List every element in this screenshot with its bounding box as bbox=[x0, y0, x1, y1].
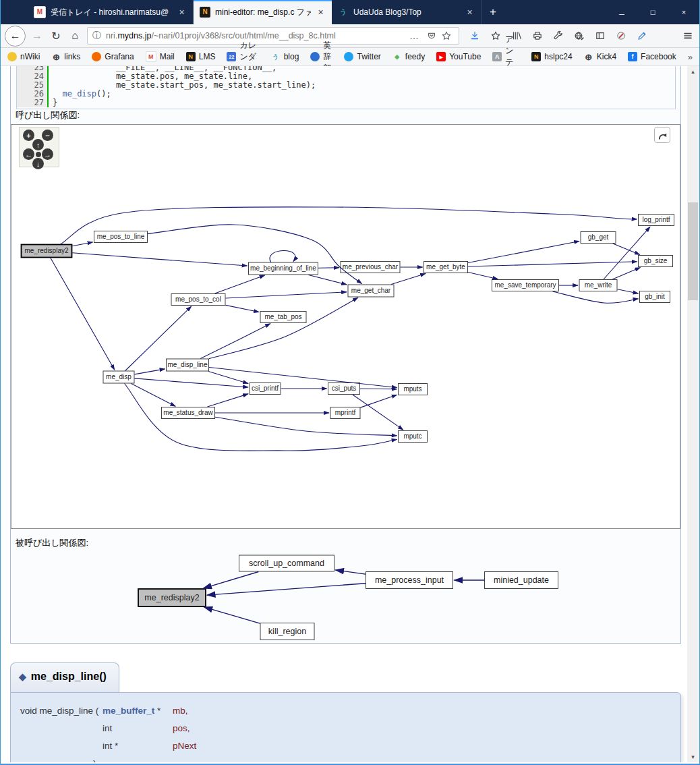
graph-edge bbox=[200, 324, 270, 359]
tab-1[interactable]: M受信トレイ - hiroshi.narimatsu@× bbox=[28, 0, 194, 24]
graph-node-csi_puts[interactable]: csi_puts bbox=[328, 383, 360, 395]
graph-node-me_process_input[interactable]: me_process_input bbox=[366, 572, 453, 589]
graph-node-me_redisplay2[interactable]: me_redisplay2 bbox=[138, 589, 206, 606]
graph-node-me_get_char[interactable]: me_get_char bbox=[348, 285, 394, 297]
bookmarks-bar: ●nWiki⊕links●GrafanaMMailNLMS22カレンダーうblo… bbox=[1, 48, 699, 66]
scroll-up-arrow-icon[interactable]: ▴ bbox=[687, 67, 699, 76]
bookmark-label: Grafana bbox=[105, 52, 134, 61]
graph-edge bbox=[209, 367, 397, 387]
bookmark-Facebook[interactable]: fFacebook bbox=[628, 52, 676, 61]
bookmark-YouTube[interactable]: ▶YouTube bbox=[436, 52, 481, 61]
bookmark-Grafana[interactable]: ●Grafana bbox=[92, 52, 134, 61]
call-graph: me_redisplay2me_pos_to_lineme_beginning_… bbox=[11, 125, 680, 528]
facebook-icon: f bbox=[628, 52, 637, 61]
graph-node-me_disp[interactable]: me_disp bbox=[103, 371, 134, 383]
graph-edge bbox=[618, 289, 639, 293]
graph-node-me_get_byte[interactable]: me_get_byte bbox=[424, 262, 468, 273]
reset-button[interactable] bbox=[36, 152, 41, 157]
bookmark-nWiki[interactable]: ●nWiki bbox=[7, 52, 40, 61]
graph-edge bbox=[208, 394, 249, 407]
bookmark-links[interactable]: ⊕links bbox=[51, 52, 80, 61]
diamond-icon: ◆ bbox=[19, 671, 26, 682]
graph-node-mputs[interactable]: mputs bbox=[399, 384, 428, 395]
tab-close-icon[interactable]: × bbox=[465, 7, 475, 18]
maximize-button[interactable]: □ bbox=[637, 0, 668, 24]
graph-edge bbox=[209, 298, 358, 359]
graph-edge bbox=[51, 258, 115, 370]
graph-node-me_tab_pos[interactable]: me_tab_pos bbox=[260, 312, 306, 323]
tab-title: UdaUda Blog3/Top bbox=[353, 7, 460, 17]
vertical-scrollbar[interactable]: ▴ ▾ bbox=[687, 66, 699, 762]
svg-text:me_disp: me_disp bbox=[106, 373, 132, 380]
svg-text:mputs: mputs bbox=[403, 385, 421, 393]
menu-icon[interactable] bbox=[680, 28, 695, 43]
graph-node-me_pos_to_line[interactable]: me_pos_to_line bbox=[94, 231, 148, 243]
n-badge-icon: N bbox=[531, 52, 541, 61]
close-button[interactable]: × bbox=[668, 0, 699, 24]
window-controls: ─□× bbox=[606, 0, 699, 24]
bookmark-hslpc24[interactable]: Nhslpc24 bbox=[531, 52, 572, 61]
pan-up-button[interactable]: ↑ bbox=[32, 139, 44, 150]
graph-node-log_printf[interactable]: log_printf bbox=[639, 215, 674, 226]
pan-right-button[interactable]: → bbox=[42, 148, 53, 160]
bookmark-feedy[interactable]: ◆feedy bbox=[392, 52, 425, 61]
zoom-out-button[interactable]: − bbox=[42, 130, 53, 141]
graph-node-scroll_up_command[interactable]: scroll_up_command bbox=[239, 555, 334, 571]
type-rest: int bbox=[103, 723, 112, 733]
code-text: } bbox=[49, 98, 57, 107]
svg-text:kill_region: kill_region bbox=[268, 627, 306, 636]
code-line: 27} bbox=[17, 98, 675, 107]
graph-node-me_save_temporary[interactable]: me_save_temporary bbox=[492, 280, 559, 291]
graph-node-gb_size[interactable]: gb_size bbox=[639, 256, 673, 267]
scroll-down-arrow-icon[interactable]: ▾ bbox=[687, 752, 699, 762]
graph-node-me_pos_to_col[interactable]: me_pos_to_col bbox=[171, 294, 225, 306]
bookmark-Mail[interactable]: MMail bbox=[146, 51, 175, 62]
graph-edge bbox=[468, 273, 498, 279]
tab-3[interactable]: うUdaUda Blog3/Top× bbox=[332, 0, 482, 24]
bookmark-Twitter[interactable]: ●Twitter bbox=[344, 52, 380, 61]
svg-text:scroll_up_command: scroll_up_command bbox=[249, 559, 324, 568]
graph-node-minied_update[interactable]: minied_update bbox=[485, 572, 558, 589]
graph-node-me_write[interactable]: me_write bbox=[579, 280, 617, 291]
scrollbar-thumb[interactable] bbox=[688, 202, 698, 300]
graph-node-csi_printf[interactable]: csi_printf bbox=[250, 383, 281, 395]
graph-node-gb_get[interactable]: gb_get bbox=[581, 232, 616, 244]
bookmark-label: YouTube bbox=[449, 52, 481, 61]
graph-node-mputc[interactable]: mputc bbox=[399, 431, 428, 443]
graph-edge bbox=[226, 292, 347, 298]
type-link[interactable]: me_buffer_t bbox=[103, 706, 154, 716]
graph-node-gb_init[interactable]: gb_init bbox=[640, 291, 670, 303]
minimize-button[interactable]: ─ bbox=[606, 0, 637, 24]
graph-external-view-button[interactable] bbox=[654, 127, 670, 143]
tab-title: mini-editor: me_disp.c ファイル bbox=[215, 7, 311, 18]
graph-node-me_disp_line[interactable]: me_disp_line bbox=[167, 359, 209, 371]
graph-node-kill_region[interactable]: kill_region bbox=[260, 623, 314, 640]
graph-node-me_status_draw[interactable]: me_status_draw bbox=[162, 407, 215, 419]
zoom-in-button[interactable]: + bbox=[23, 130, 34, 141]
graph-edge bbox=[215, 417, 397, 436]
bookmark-LMS[interactable]: NLMS bbox=[186, 52, 216, 61]
tab-close-icon[interactable]: × bbox=[177, 7, 187, 18]
bookmark-label: Facebook bbox=[641, 52, 676, 61]
graph-node-me_beginning_of_line[interactable]: me_beginning_of_line bbox=[249, 262, 318, 275]
bookmarks-overflow-chevron[interactable]: » bbox=[688, 52, 693, 62]
param-type: int bbox=[103, 723, 173, 733]
code-line: 25 me_state.start_pos, me_state.start_li… bbox=[17, 81, 675, 90]
param-name: pNext bbox=[173, 741, 196, 751]
tab-close-icon[interactable]: × bbox=[316, 7, 326, 18]
bookmark-Kick4[interactable]: ⊕Kick4 bbox=[584, 52, 616, 61]
graph-node-me_redisplay2[interactable]: me_redisplay2 bbox=[22, 245, 72, 258]
line-number[interactable]: 27 bbox=[17, 98, 49, 107]
graph-node-me_previous_char[interactable]: me_previous_char bbox=[341, 262, 400, 273]
new-tab-button[interactable]: + bbox=[482, 0, 504, 24]
pan-left-button[interactable]: ← bbox=[23, 148, 34, 160]
tab-2[interactable]: Nmini-editor: me_disp.c ファイル× bbox=[194, 0, 332, 24]
svg-text:me_beginning_of_line: me_beginning_of_line bbox=[250, 264, 316, 272]
graph-edge bbox=[135, 378, 249, 387]
pan-down-button[interactable]: ↓ bbox=[32, 158, 44, 169]
graph-node-mprintf[interactable]: mprintf bbox=[330, 407, 360, 419]
bookmark-blog[interactable]: うblog bbox=[271, 52, 299, 61]
svg-text:me_get_char: me_get_char bbox=[351, 287, 391, 294]
member-title-tab: ◆ me_disp_line() bbox=[10, 662, 119, 692]
code-link[interactable]: me_disp bbox=[62, 89, 96, 98]
